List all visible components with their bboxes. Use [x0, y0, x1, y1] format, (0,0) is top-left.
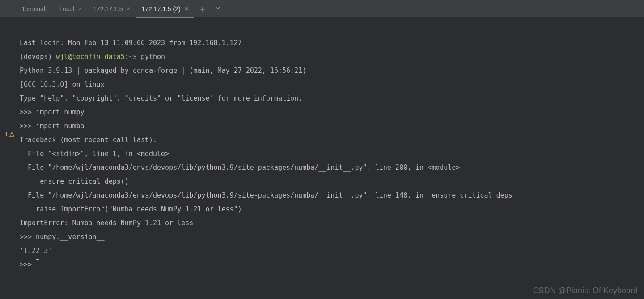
terminal-text: [GCC 10.3.0] on linux	[20, 80, 105, 88]
traceback-text: _ensure_critical_deps()	[20, 177, 129, 185]
repl-line: >>> import numba	[20, 122, 85, 130]
add-terminal-icon[interactable]: ＋	[194, 4, 211, 14]
terminal-output[interactable]: Last login: Mon Feb 13 11:09:06 2023 fro…	[17, 18, 644, 299]
gutter: 1	[0, 18, 17, 299]
terminal-tab-bar: Terminal: Local ✕ 172.17.1.5 ✕ 172.17.1.…	[0, 0, 644, 18]
tab-label-text: 172.17.1.5	[93, 5, 123, 13]
close-icon[interactable]: ✕	[78, 6, 82, 12]
repl-line: >>> numpy.__version__	[20, 233, 105, 241]
terminal-text: Last login: Mon Feb 13 11:09:06 2023 fro…	[20, 39, 242, 47]
terminal-text: Python 3.9.13 | packaged by conda-forge …	[20, 67, 306, 75]
close-icon[interactable]: ✕	[184, 6, 189, 12]
prompt-env: (devops)	[20, 53, 56, 61]
chevron-down-icon[interactable]	[211, 5, 225, 13]
command-text: python	[141, 53, 165, 61]
close-icon[interactable]: ✕	[126, 6, 131, 12]
error-text: ImportError: Numba needs NumPy 1.21 or l…	[20, 219, 193, 227]
repl-output: '1.22.3'	[20, 247, 52, 255]
terminal-tab-remote-1[interactable]: 172.17.1.5 ✕	[88, 0, 136, 17]
cursor-icon	[36, 259, 39, 267]
traceback-text: raise ImportError("Numba needs NumPy 1.2…	[20, 205, 242, 213]
prompt-dollar: $	[133, 53, 141, 61]
prompt-path: ~	[129, 53, 133, 61]
terminal-text: Type "help", "copyright", "credits" or "…	[20, 94, 302, 102]
repl-prompt: >>>	[20, 261, 36, 269]
tab-label-text: 172.17.1.5 (2)	[141, 5, 180, 13]
terminal-tab-local[interactable]: Local ✕	[54, 0, 88, 17]
terminal-body: 1 Last login: Mon Feb 13 11:09:06 2023 f…	[0, 18, 644, 299]
tab-label-text: Local	[59, 5, 74, 13]
traceback-text: File "<stdin>", line 1, in <module>	[20, 150, 169, 158]
warning-triangle-icon	[9, 132, 14, 137]
traceback-text: File "/home/wjl/anaconda3/envs/devops/li…	[20, 191, 513, 199]
warning-badge[interactable]: 1	[5, 131, 14, 138]
warning-count: 1	[5, 131, 8, 138]
prompt-userhost: wjl@techfin-data5	[56, 53, 125, 61]
traceback-text: File "/home/wjl/anaconda3/envs/devops/li…	[20, 164, 460, 172]
prompt-colon: :	[125, 53, 129, 61]
traceback-text: Traceback (most recent call last):	[20, 136, 157, 144]
terminal-panel-label: Terminal:	[21, 5, 54, 13]
terminal-tab-remote-2[interactable]: 172.17.1.5 (2) ✕	[136, 0, 194, 17]
repl-line: >>> import numpy	[20, 108, 85, 116]
